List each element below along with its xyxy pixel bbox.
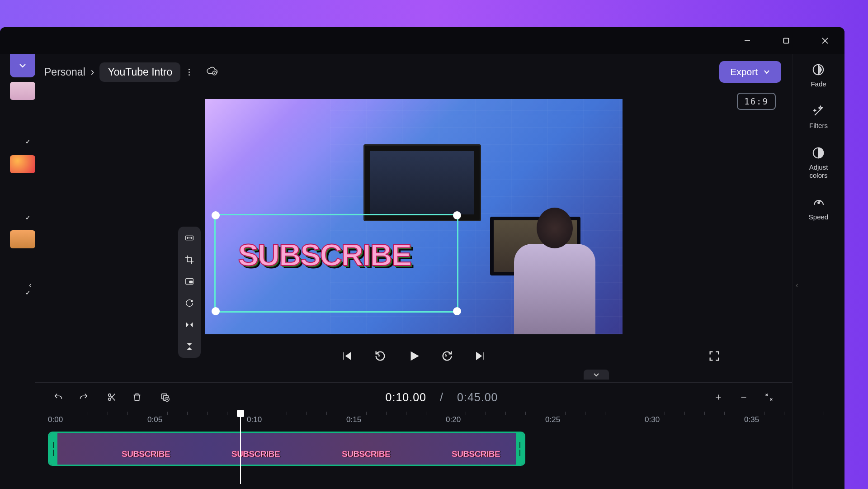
zoom-out-button[interactable] bbox=[733, 387, 754, 408]
adjust-colors-tool[interactable]: Adjust colors bbox=[809, 146, 828, 180]
fade-tool[interactable]: Fade bbox=[811, 63, 826, 88]
duration-time: 0:45.00 bbox=[457, 391, 498, 404]
video-editor-window: ✓ ✓ ✓ ‹ Personal › YouTube Intro bbox=[0, 27, 844, 489]
timecode-display: 0:10.00 / 0:45.00 bbox=[180, 391, 703, 404]
video-preview-canvas[interactable]: SUBSCRIBE SUBSCRIBE SUBSCRIBE SUBSCRIBE … bbox=[205, 99, 623, 334]
media-thumbnail[interactable] bbox=[10, 155, 35, 173]
resize-handle-bottom-left[interactable] bbox=[212, 307, 220, 315]
timeline-toolbar: 0:10.00 / 0:45.00 bbox=[35, 383, 792, 412]
svg-point-9 bbox=[108, 394, 111, 397]
ruler-tick: 0:05 bbox=[147, 415, 162, 424]
window-title-bar bbox=[0, 27, 844, 54]
window-minimize-button[interactable] bbox=[737, 30, 758, 51]
resize-handle-top-right[interactable] bbox=[453, 211, 461, 219]
picture-in-picture-button[interactable] bbox=[184, 275, 195, 287]
current-time: 0:10.00 bbox=[386, 391, 426, 404]
project-name[interactable]: YouTube Intro bbox=[108, 66, 172, 78]
ruler-tick: 0:00 bbox=[48, 415, 63, 424]
resize-handle-top-left[interactable] bbox=[212, 211, 220, 219]
element-floating-toolbar bbox=[178, 227, 201, 358]
playback-controls: 5 5 bbox=[205, 342, 623, 370]
export-label: Export bbox=[730, 66, 758, 77]
half-circle-icon bbox=[811, 146, 825, 160]
skip-end-button[interactable] bbox=[473, 348, 488, 364]
window-maximize-button[interactable] bbox=[776, 30, 797, 51]
svg-rect-1 bbox=[784, 38, 789, 43]
ruler-tick: 0:25 bbox=[545, 415, 560, 424]
zoom-in-button[interactable] bbox=[708, 387, 729, 408]
media-check-icon: ✓ bbox=[25, 138, 31, 145]
ruler-tick: 0:15 bbox=[346, 415, 361, 424]
rewind-5s-button[interactable]: 5 bbox=[373, 348, 388, 364]
media-thumbnail[interactable] bbox=[10, 82, 35, 100]
ruler-tick: 0:30 bbox=[645, 415, 660, 424]
preview-prop-person bbox=[505, 199, 604, 334]
forward-5s-button[interactable]: 5 bbox=[439, 348, 455, 364]
magic-wand-icon bbox=[812, 104, 826, 118]
split-clip-button[interactable] bbox=[101, 387, 122, 408]
flip-horizontal-button[interactable] bbox=[184, 319, 195, 331]
window-close-button[interactable] bbox=[815, 30, 835, 51]
zoom-fit-button[interactable] bbox=[759, 387, 779, 408]
speedometer-icon bbox=[812, 196, 826, 209]
play-button[interactable] bbox=[406, 348, 421, 364]
breadcrumb: Personal › YouTube Intro bbox=[44, 62, 218, 82]
crop-button[interactable] bbox=[184, 254, 195, 266]
flip-vertical-button[interactable] bbox=[184, 341, 195, 352]
undo-button[interactable] bbox=[48, 387, 69, 408]
collapse-left-panel-button[interactable]: ‹ bbox=[25, 271, 35, 299]
timeline-track[interactable]: SUBSCRIBESUBSCRIBESUBSCRIBE SUBSCRIBESUB… bbox=[48, 432, 779, 468]
clip-trim-handle-right[interactable] bbox=[516, 433, 524, 465]
ruler-tick: 0:35 bbox=[744, 415, 759, 424]
chevron-down-icon bbox=[763, 68, 770, 76]
filters-tool[interactable]: Filters bbox=[809, 104, 828, 130]
clip-trim-handle-left[interactable] bbox=[49, 433, 57, 465]
delete-button[interactable] bbox=[127, 387, 147, 408]
media-panel-dropdown[interactable] bbox=[10, 54, 35, 77]
resize-handle-bottom-right[interactable] bbox=[453, 307, 461, 315]
project-more-options-button[interactable] bbox=[186, 69, 193, 76]
rotate-button[interactable] bbox=[184, 297, 195, 309]
preview-prop-monitor bbox=[363, 144, 481, 221]
duplicate-button[interactable] bbox=[155, 387, 175, 408]
speed-tool[interactable]: Speed bbox=[809, 196, 828, 221]
chevron-right-icon: › bbox=[91, 66, 94, 78]
media-thumbnail[interactable] bbox=[10, 230, 35, 248]
collapse-right-panel-button[interactable]: ‹ bbox=[792, 271, 802, 299]
editor-header: Personal › YouTube Intro Export bbox=[35, 54, 792, 90]
cloud-sync-icon[interactable] bbox=[206, 65, 218, 79]
svg-rect-7 bbox=[189, 281, 192, 283]
media-check-icon: ✓ bbox=[25, 214, 31, 221]
timeline-panel: 0:10.00 / 0:45.00 0:000:050:100:150:200:… bbox=[35, 382, 792, 489]
element-selection-bounds[interactable]: SUBSCRIBE SUBSCRIBE SUBSCRIBE SUBSCRIBE … bbox=[214, 214, 458, 313]
svg-point-8 bbox=[191, 300, 193, 302]
skip-start-button[interactable] bbox=[339, 348, 354, 364]
svg-point-15 bbox=[818, 202, 820, 204]
timeline-ruler[interactable]: 0:000:050:100:150:200:250:300:35 bbox=[48, 412, 792, 428]
fullscreen-button[interactable] bbox=[707, 348, 722, 364]
timeline-clip[interactable]: SUBSCRIBESUBSCRIBESUBSCRIBE SUBSCRIBESUB… bbox=[48, 432, 525, 466]
playhead[interactable] bbox=[240, 412, 241, 484]
fit-fill-button[interactable] bbox=[184, 232, 195, 244]
breadcrumb-root[interactable]: Personal bbox=[44, 66, 85, 78]
redo-button[interactable] bbox=[73, 387, 94, 408]
export-button[interactable]: Export bbox=[719, 61, 781, 83]
collapse-timeline-button[interactable] bbox=[584, 370, 609, 380]
svg-point-10 bbox=[108, 398, 111, 401]
ruler-tick: 0:20 bbox=[446, 415, 461, 424]
fade-icon bbox=[811, 63, 825, 76]
ruler-tick: 0:10 bbox=[247, 415, 262, 424]
